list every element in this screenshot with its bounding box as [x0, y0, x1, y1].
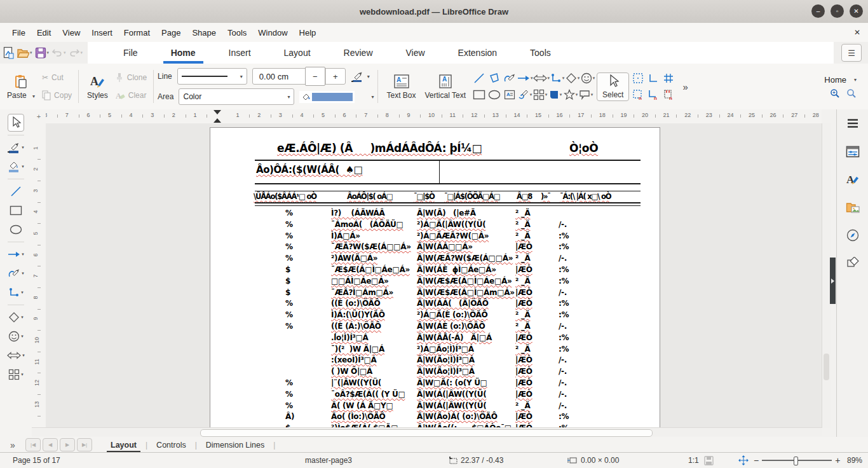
zoom-out-button[interactable]: −: [754, 455, 759, 465]
close-button[interactable]: ✕: [850, 4, 863, 18]
previous-page-button[interactable]: ◀: [43, 438, 58, 451]
tab-review[interactable]: Review: [327, 42, 390, 64]
callout-shapes-tool[interactable]: ▾: [578, 87, 593, 102]
menu-view[interactable]: View: [57, 25, 86, 40]
layerbar-overflow[interactable]: »: [0, 440, 25, 450]
document-close-icon[interactable]: ✕: [854, 28, 860, 37]
connectors[interactable]: ▾: [2, 283, 30, 302]
fill-style-tool[interactable]: ▾: [548, 87, 563, 102]
area-style-select[interactable]: Color ▾: [179, 88, 294, 105]
curves-and-polygons[interactable]: ▾: [2, 264, 30, 283]
document-page[interactable]: eÆ.ÁÔ|Æ) (Â )mÁdÁÂdÔÁ: þÍ¼□ Ò¦oÒ Âo)ÔÁ:(…: [210, 127, 660, 428]
symbol-shapes-tool[interactable]: ▾: [580, 71, 595, 86]
snap-to-grid[interactable]: [661, 71, 676, 86]
document-canvas[interactable]: eÆ.ÁÔ|Æ) (Â )mÁdÁÂdÔÁ: þÍ¼□ Ò¦oÒ Âo)ÔÁ:(…: [46, 123, 822, 428]
sidebar-toggle-handle[interactable]: [830, 258, 836, 304]
rectangle-tool[interactable]: [471, 87, 487, 102]
vertical-scrollbar-thumb[interactable]: [824, 354, 829, 380]
block-arrow-tool[interactable]: ▾: [533, 71, 550, 86]
scale-ratio[interactable]: 1:1: [688, 453, 699, 468]
next-page-button[interactable]: ▶: [60, 438, 75, 451]
connector-tool[interactable]: ▾: [550, 71, 565, 86]
clear-formatting-button[interactable]: AClear: [112, 87, 149, 104]
master-page-info[interactable]: master-page3: [305, 453, 352, 468]
insert-rectangle[interactable]: [2, 201, 30, 220]
menu-help[interactable]: Help: [294, 25, 322, 40]
snap-to-object[interactable]: n: [661, 87, 676, 102]
tab-file[interactable]: File: [107, 42, 154, 64]
sidebar-shapes[interactable]: [844, 256, 861, 271]
flowchart-shapes[interactable]: ▾: [2, 365, 30, 384]
tab-home[interactable]: Home: [154, 42, 212, 64]
line-color[interactable]: ▾: [2, 138, 30, 157]
layer-tab-layout[interactable]: Layout: [103, 439, 144, 451]
paste-dropdown[interactable]: ▾: [32, 93, 35, 99]
symbol-shapes[interactable]: ▾: [2, 327, 30, 346]
menu-insert[interactable]: Insert: [86, 25, 118, 40]
ruler-origin[interactable]: +: [32, 109, 46, 123]
line-width-increase[interactable]: +: [325, 69, 345, 84]
styles-button[interactable]: A Styles: [83, 72, 112, 101]
line-tool[interactable]: [471, 71, 487, 86]
block-arrows[interactable]: ▾: [2, 346, 30, 365]
zoom-slider-thumb[interactable]: [794, 457, 798, 465]
horizontal-scrollbar-thumb[interactable]: [200, 429, 653, 437]
tab-layout[interactable]: Layout: [268, 42, 327, 64]
tab-view[interactable]: View: [390, 42, 442, 64]
menu-shape[interactable]: Shape: [186, 25, 222, 40]
menu-file[interactable]: File: [6, 25, 31, 40]
undo-button[interactable]: ▾: [51, 48, 66, 58]
menu-edit[interactable]: Edit: [31, 25, 57, 40]
helplines-while-moving[interactable]: [646, 71, 661, 86]
tab-insert[interactable]: Insert: [212, 42, 268, 64]
find-icon[interactable]: [846, 88, 857, 99]
horizontal-scrollbar[interactable]: [32, 427, 822, 437]
vertical-ruler[interactable]: 12345678910111213: [32, 123, 46, 428]
zoom-percentage[interactable]: 89%: [847, 453, 862, 468]
toolbar-overflow-button[interactable]: »: [682, 81, 688, 92]
ellipse-tool[interactable]: [487, 87, 502, 102]
minimize-button[interactable]: –: [811, 4, 825, 18]
cut-button[interactable]: ✂Cut: [39, 69, 74, 86]
zoom-slider[interactable]: − +: [754, 453, 840, 468]
star-shapes-tool[interactable]: ▾: [563, 87, 578, 102]
layer-tab-dimension-lines[interactable]: Dimension Lines: [198, 439, 272, 451]
flowchart-tool[interactable]: ▾: [532, 87, 548, 102]
curve-tool[interactable]: [502, 71, 517, 86]
insert-line[interactable]: [2, 182, 30, 201]
copy-button[interactable]: Copy: [39, 87, 74, 104]
basic-shapes[interactable]: ▾: [2, 308, 30, 327]
display-snap-guides[interactable]: n: [630, 87, 646, 102]
sidebar-properties[interactable]: [844, 144, 861, 159]
notebookbar-menu-button[interactable]: ☰: [841, 44, 862, 62]
select-button[interactable]: Select: [597, 72, 629, 101]
clone-formatting-button[interactable]: Clone: [112, 69, 149, 86]
tab-tools[interactable]: Tools: [513, 42, 567, 64]
fill-color-button[interactable]: [299, 91, 355, 103]
menu-page[interactable]: Page: [156, 25, 186, 40]
insert-textbox-tool[interactable]: A: [502, 87, 517, 102]
sidebar-settings[interactable]: [844, 116, 861, 131]
page-info[interactable]: Page 15 of 17: [13, 453, 60, 468]
maximize-button[interactable]: ▫: [831, 4, 844, 18]
horizontal-ruler[interactable]: 8765432112345678910111213141516171819202…: [46, 109, 822, 124]
new-document-button[interactable]: [3, 46, 14, 59]
snap-to-margins[interactable]: n: [646, 87, 661, 102]
menu-tools[interactable]: Tools: [222, 25, 252, 40]
fill-color[interactable]: ▾: [2, 157, 30, 176]
display-grid[interactable]: [630, 71, 646, 86]
polygon-tool[interactable]: [487, 71, 502, 86]
tab-extension[interactable]: Extension: [442, 42, 513, 64]
fit-page-icon[interactable]: [738, 453, 749, 468]
menu-format[interactable]: Format: [118, 25, 156, 40]
vertical-text-button[interactable]: A Vertical Text: [421, 72, 470, 101]
redo-button[interactable]: ▾: [69, 48, 83, 58]
first-page-button[interactable]: |◀: [25, 438, 41, 451]
arrow-tool[interactable]: ▾: [517, 71, 533, 86]
line-width-spinner[interactable]: 0.00 cm − +: [252, 68, 346, 85]
line-style-select[interactable]: ▾: [177, 68, 247, 85]
lines-and-arrows[interactable]: ▾: [2, 245, 30, 264]
paste-button[interactable]: Paste ▾: [3, 72, 39, 101]
fill-color-dropdown[interactable]: ▾: [371, 94, 374, 100]
zoom-in-button[interactable]: +: [835, 455, 840, 465]
